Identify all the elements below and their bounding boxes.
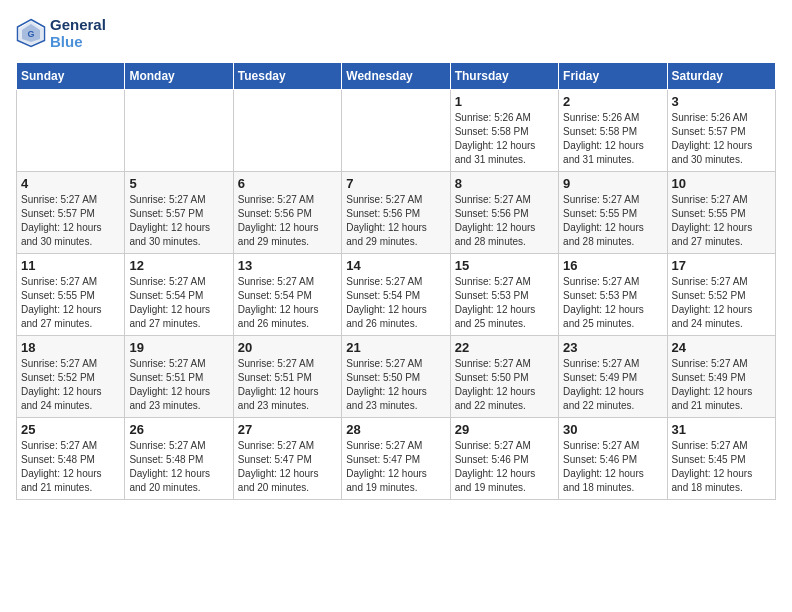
day-header-sunday: Sunday xyxy=(17,63,125,90)
day-number: 25 xyxy=(21,422,120,437)
calendar-cell: 15Sunrise: 5:27 AM Sunset: 5:53 PM Dayli… xyxy=(450,254,558,336)
calendar-cell: 4Sunrise: 5:27 AM Sunset: 5:57 PM Daylig… xyxy=(17,172,125,254)
calendar-cell: 29Sunrise: 5:27 AM Sunset: 5:46 PM Dayli… xyxy=(450,418,558,500)
day-info: Sunrise: 5:27 AM Sunset: 5:56 PM Dayligh… xyxy=(346,193,445,249)
calendar-table: SundayMondayTuesdayWednesdayThursdayFrid… xyxy=(16,62,776,500)
day-number: 17 xyxy=(672,258,771,273)
day-number: 27 xyxy=(238,422,337,437)
calendar-cell: 6Sunrise: 5:27 AM Sunset: 5:56 PM Daylig… xyxy=(233,172,341,254)
day-number: 22 xyxy=(455,340,554,355)
calendar-cell: 12Sunrise: 5:27 AM Sunset: 5:54 PM Dayli… xyxy=(125,254,233,336)
day-info: Sunrise: 5:27 AM Sunset: 5:52 PM Dayligh… xyxy=(21,357,120,413)
day-number: 6 xyxy=(238,176,337,191)
day-number: 7 xyxy=(346,176,445,191)
day-info: Sunrise: 5:27 AM Sunset: 5:56 PM Dayligh… xyxy=(238,193,337,249)
calendar-cell: 30Sunrise: 5:27 AM Sunset: 5:46 PM Dayli… xyxy=(559,418,667,500)
calendar-cell: 9Sunrise: 5:27 AM Sunset: 5:55 PM Daylig… xyxy=(559,172,667,254)
day-info: Sunrise: 5:27 AM Sunset: 5:46 PM Dayligh… xyxy=(455,439,554,495)
calendar-cell: 3Sunrise: 5:26 AM Sunset: 5:57 PM Daylig… xyxy=(667,90,775,172)
day-info: Sunrise: 5:26 AM Sunset: 5:58 PM Dayligh… xyxy=(455,111,554,167)
calendar-week-2: 4Sunrise: 5:27 AM Sunset: 5:57 PM Daylig… xyxy=(17,172,776,254)
day-number: 10 xyxy=(672,176,771,191)
calendar-cell: 18Sunrise: 5:27 AM Sunset: 5:52 PM Dayli… xyxy=(17,336,125,418)
day-info: Sunrise: 5:27 AM Sunset: 5:54 PM Dayligh… xyxy=(129,275,228,331)
day-info: Sunrise: 5:27 AM Sunset: 5:47 PM Dayligh… xyxy=(346,439,445,495)
day-number: 21 xyxy=(346,340,445,355)
day-header-friday: Friday xyxy=(559,63,667,90)
day-info: Sunrise: 5:27 AM Sunset: 5:48 PM Dayligh… xyxy=(21,439,120,495)
day-info: Sunrise: 5:27 AM Sunset: 5:55 PM Dayligh… xyxy=(21,275,120,331)
day-number: 3 xyxy=(672,94,771,109)
day-info: Sunrise: 5:27 AM Sunset: 5:53 PM Dayligh… xyxy=(563,275,662,331)
day-header-thursday: Thursday xyxy=(450,63,558,90)
calendar-cell: 27Sunrise: 5:27 AM Sunset: 5:47 PM Dayli… xyxy=(233,418,341,500)
calendar-week-3: 11Sunrise: 5:27 AM Sunset: 5:55 PM Dayli… xyxy=(17,254,776,336)
day-info: Sunrise: 5:27 AM Sunset: 5:45 PM Dayligh… xyxy=(672,439,771,495)
day-number: 16 xyxy=(563,258,662,273)
day-info: Sunrise: 5:27 AM Sunset: 5:46 PM Dayligh… xyxy=(563,439,662,495)
day-info: Sunrise: 5:27 AM Sunset: 5:47 PM Dayligh… xyxy=(238,439,337,495)
calendar-cell: 24Sunrise: 5:27 AM Sunset: 5:49 PM Dayli… xyxy=(667,336,775,418)
day-info: Sunrise: 5:27 AM Sunset: 5:53 PM Dayligh… xyxy=(455,275,554,331)
calendar-cell: 19Sunrise: 5:27 AM Sunset: 5:51 PM Dayli… xyxy=(125,336,233,418)
day-info: Sunrise: 5:26 AM Sunset: 5:58 PM Dayligh… xyxy=(563,111,662,167)
day-header-monday: Monday xyxy=(125,63,233,90)
calendar-cell xyxy=(342,90,450,172)
day-number: 28 xyxy=(346,422,445,437)
calendar-cell: 16Sunrise: 5:27 AM Sunset: 5:53 PM Dayli… xyxy=(559,254,667,336)
day-info: Sunrise: 5:27 AM Sunset: 5:50 PM Dayligh… xyxy=(346,357,445,413)
calendar-cell: 25Sunrise: 5:27 AM Sunset: 5:48 PM Dayli… xyxy=(17,418,125,500)
calendar-week-5: 25Sunrise: 5:27 AM Sunset: 5:48 PM Dayli… xyxy=(17,418,776,500)
day-info: Sunrise: 5:27 AM Sunset: 5:52 PM Dayligh… xyxy=(672,275,771,331)
day-info: Sunrise: 5:27 AM Sunset: 5:55 PM Dayligh… xyxy=(672,193,771,249)
day-number: 30 xyxy=(563,422,662,437)
calendar-cell: 13Sunrise: 5:27 AM Sunset: 5:54 PM Dayli… xyxy=(233,254,341,336)
day-info: Sunrise: 5:27 AM Sunset: 5:54 PM Dayligh… xyxy=(238,275,337,331)
day-info: Sunrise: 5:27 AM Sunset: 5:55 PM Dayligh… xyxy=(563,193,662,249)
calendar-cell: 7Sunrise: 5:27 AM Sunset: 5:56 PM Daylig… xyxy=(342,172,450,254)
calendar-cell: 17Sunrise: 5:27 AM Sunset: 5:52 PM Dayli… xyxy=(667,254,775,336)
calendar-cell: 14Sunrise: 5:27 AM Sunset: 5:54 PM Dayli… xyxy=(342,254,450,336)
logo-icon: G xyxy=(16,18,46,48)
calendar-cell xyxy=(125,90,233,172)
day-number: 23 xyxy=(563,340,662,355)
day-info: Sunrise: 5:27 AM Sunset: 5:50 PM Dayligh… xyxy=(455,357,554,413)
logo: G General Blue xyxy=(16,16,106,50)
day-number: 20 xyxy=(238,340,337,355)
calendar-header-row: SundayMondayTuesdayWednesdayThursdayFrid… xyxy=(17,63,776,90)
calendar-cell: 5Sunrise: 5:27 AM Sunset: 5:57 PM Daylig… xyxy=(125,172,233,254)
calendar-cell: 26Sunrise: 5:27 AM Sunset: 5:48 PM Dayli… xyxy=(125,418,233,500)
calendar-cell xyxy=(17,90,125,172)
day-number: 11 xyxy=(21,258,120,273)
calendar-cell: 28Sunrise: 5:27 AM Sunset: 5:47 PM Dayli… xyxy=(342,418,450,500)
day-info: Sunrise: 5:27 AM Sunset: 5:54 PM Dayligh… xyxy=(346,275,445,331)
day-number: 4 xyxy=(21,176,120,191)
calendar-cell: 20Sunrise: 5:27 AM Sunset: 5:51 PM Dayli… xyxy=(233,336,341,418)
day-number: 12 xyxy=(129,258,228,273)
calendar-cell: 11Sunrise: 5:27 AM Sunset: 5:55 PM Dayli… xyxy=(17,254,125,336)
calendar-cell: 21Sunrise: 5:27 AM Sunset: 5:50 PM Dayli… xyxy=(342,336,450,418)
calendar-cell xyxy=(233,90,341,172)
day-number: 29 xyxy=(455,422,554,437)
calendar-cell: 8Sunrise: 5:27 AM Sunset: 5:56 PM Daylig… xyxy=(450,172,558,254)
day-info: Sunrise: 5:27 AM Sunset: 5:56 PM Dayligh… xyxy=(455,193,554,249)
day-info: Sunrise: 5:27 AM Sunset: 5:49 PM Dayligh… xyxy=(563,357,662,413)
day-info: Sunrise: 5:26 AM Sunset: 5:57 PM Dayligh… xyxy=(672,111,771,167)
day-number: 31 xyxy=(672,422,771,437)
calendar-cell: 2Sunrise: 5:26 AM Sunset: 5:58 PM Daylig… xyxy=(559,90,667,172)
header: G General Blue xyxy=(16,16,776,50)
day-number: 2 xyxy=(563,94,662,109)
day-number: 24 xyxy=(672,340,771,355)
logo-text: General Blue xyxy=(50,16,106,50)
calendar-week-4: 18Sunrise: 5:27 AM Sunset: 5:52 PM Dayli… xyxy=(17,336,776,418)
day-info: Sunrise: 5:27 AM Sunset: 5:49 PM Dayligh… xyxy=(672,357,771,413)
day-header-wednesday: Wednesday xyxy=(342,63,450,90)
calendar-cell: 10Sunrise: 5:27 AM Sunset: 5:55 PM Dayli… xyxy=(667,172,775,254)
day-number: 5 xyxy=(129,176,228,191)
day-number: 15 xyxy=(455,258,554,273)
calendar-cell: 31Sunrise: 5:27 AM Sunset: 5:45 PM Dayli… xyxy=(667,418,775,500)
day-number: 8 xyxy=(455,176,554,191)
day-info: Sunrise: 5:27 AM Sunset: 5:57 PM Dayligh… xyxy=(129,193,228,249)
day-number: 19 xyxy=(129,340,228,355)
day-number: 26 xyxy=(129,422,228,437)
